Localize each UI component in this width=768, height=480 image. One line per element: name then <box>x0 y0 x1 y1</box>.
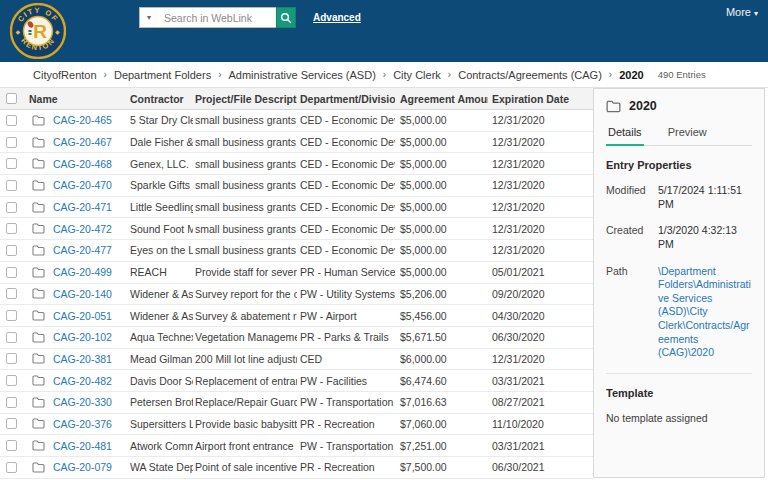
select-all-checkbox[interactable] <box>6 93 17 104</box>
folder-icon <box>32 137 45 148</box>
entry-link[interactable]: CAG-20-381 <box>53 353 112 365</box>
row-checkbox[interactable] <box>6 137 17 148</box>
description-cell: Provide staff for severe weath <box>193 266 297 278</box>
caret-down-icon: ▾ <box>754 9 758 18</box>
row-checkbox-cell <box>0 267 27 278</box>
logo-letter: R <box>33 21 47 42</box>
advanced-search-link[interactable]: Advanced <box>313 12 361 23</box>
search-input[interactable] <box>158 7 276 28</box>
table-row[interactable]: CAG-20-465 5 Star Dry Clean small busine… <box>0 110 593 132</box>
breadcrumb-item[interactable]: 2020 <box>619 69 643 81</box>
row-checkbox-cell <box>0 332 27 343</box>
entry-link[interactable]: CAG-20-472 <box>53 223 112 235</box>
entry-link[interactable]: CAG-20-079 <box>53 461 112 473</box>
table-body: CAG-20-465 5 Star Dry Clean small busine… <box>0 110 593 479</box>
table-row[interactable]: CAG-20-499 REACH Provide staff for sever… <box>0 262 593 284</box>
row-checkbox[interactable] <box>6 158 17 169</box>
description-cell: small business grants (funded <box>193 136 297 148</box>
row-checkbox-cell <box>0 397 27 408</box>
entry-link[interactable]: CAG-20-468 <box>53 158 112 170</box>
row-checkbox-cell <box>0 180 27 191</box>
folder-icon <box>32 375 45 386</box>
entry-link[interactable]: CAG-20-467 <box>53 136 112 148</box>
entry-link[interactable]: CAG-20-471 <box>53 201 112 213</box>
breadcrumb-separator-icon: › <box>104 69 107 80</box>
table-row[interactable]: CAG-20-467 Dale Fisher & As small busine… <box>0 132 593 154</box>
row-checkbox[interactable] <box>6 462 17 473</box>
table-row[interactable]: CAG-20-477 Eyes on the Land small busine… <box>0 240 593 262</box>
breadcrumb-item[interactable]: CityofRenton <box>33 69 97 81</box>
contractor-cell: 5 Star Dry Clean <box>128 114 193 126</box>
entry-link[interactable]: CAG-20-470 <box>53 179 112 191</box>
row-checkbox[interactable] <box>6 418 17 429</box>
folder-icon <box>32 462 45 473</box>
created-label: Created <box>606 224 658 251</box>
path-link[interactable]: \Department Folders\Administrative Servi… <box>658 265 752 360</box>
contractor-cell: Dale Fisher & As <box>128 136 193 148</box>
table-row[interactable]: CAG-20-376 Supersitters LLC Provide basi… <box>0 414 593 436</box>
table-row[interactable]: CAG-20-140 Widener & Asso Survey report … <box>0 284 593 306</box>
row-checkbox[interactable] <box>6 375 17 386</box>
expiration-cell: 12/31/2020 <box>488 244 593 256</box>
created-value: 1/3/2020 4:32:13 PM <box>658 224 752 251</box>
row-checkbox[interactable] <box>6 245 17 256</box>
row-checkbox[interactable] <box>6 332 17 343</box>
row-checkbox[interactable] <box>6 397 17 408</box>
table-row[interactable]: CAG-20-079 WA State Depart Point of sale… <box>0 457 593 479</box>
entry-link[interactable]: CAG-20-499 <box>53 266 112 278</box>
row-checkbox[interactable] <box>6 440 17 451</box>
table-row[interactable]: CAG-20-470 Sparkle Gifts & W small busin… <box>0 175 593 197</box>
row-checkbox[interactable] <box>6 180 17 191</box>
row-checkbox-cell <box>0 288 27 299</box>
entry-link[interactable]: CAG-20-140 <box>53 288 112 300</box>
entry-link[interactable]: CAG-20-465 <box>53 114 112 126</box>
table-row[interactable]: CAG-20-381 Mead Gilman ar 200 Mill lot l… <box>0 349 593 371</box>
row-checkbox[interactable] <box>6 223 17 234</box>
column-header-description[interactable]: Project/File Description <box>193 93 297 105</box>
description-cell: small business grants (funded <box>193 158 297 170</box>
row-checkbox[interactable] <box>6 115 17 126</box>
table-row[interactable]: CAG-20-330 Petersen Brothe Replace/Repai… <box>0 392 593 414</box>
amount-cell: $5,671.50 <box>395 331 488 343</box>
table-row[interactable]: CAG-20-102 Aqua Technex, L Vegetation Ma… <box>0 327 593 349</box>
description-cell: small business grants (funded <box>193 223 297 235</box>
department-cell: CED - Economic Developme <box>297 114 395 126</box>
folder-listing: Name Contractor Project/File Description… <box>0 88 593 479</box>
search-scope-dropdown[interactable]: ▾ <box>139 7 158 28</box>
breadcrumb-item[interactable]: City Clerk <box>393 69 441 81</box>
entry-link[interactable]: CAG-20-330 <box>53 396 112 408</box>
row-checkbox[interactable] <box>6 353 17 364</box>
tab-details[interactable]: Details <box>606 126 644 146</box>
entry-link[interactable]: CAG-20-481 <box>53 440 112 452</box>
more-menu-button[interactable]: More▾ <box>726 6 758 18</box>
template-value: No template assigned <box>606 412 752 424</box>
table-row[interactable]: CAG-20-051 Widener & Asso Survey & abate… <box>0 305 593 327</box>
breadcrumb-item[interactable]: Department Folders <box>114 69 211 81</box>
entry-link[interactable]: CAG-20-482 <box>53 375 112 387</box>
table-row[interactable]: CAG-20-482 Davis Door Serv Replacement o… <box>0 370 593 392</box>
breadcrumb-item[interactable]: Administrative Services (ASD) <box>229 69 376 81</box>
entry-link[interactable]: CAG-20-102 <box>53 331 112 343</box>
folder-icon <box>32 353 45 364</box>
column-header-department[interactable]: Department/Division <box>297 93 395 105</box>
table-row[interactable]: CAG-20-468 Genex, LLC. small business gr… <box>0 153 593 175</box>
contractor-cell: WA State Depart <box>128 461 193 473</box>
column-header-amount[interactable]: Agreement Amount ▲ <box>395 93 488 105</box>
entry-link[interactable]: CAG-20-376 <box>53 418 112 430</box>
table-row[interactable]: CAG-20-471 Little Seedlings F small busi… <box>0 197 593 219</box>
column-header-name[interactable]: Name <box>27 93 128 105</box>
tab-preview[interactable]: Preview <box>666 126 709 145</box>
column-header-expiration[interactable]: Expiration Date <box>488 93 593 105</box>
department-cell: CED - Economic Developme <box>297 201 395 213</box>
row-checkbox[interactable] <box>6 310 17 321</box>
entry-link[interactable]: CAG-20-477 <box>53 244 112 256</box>
column-header-contractor[interactable]: Contractor <box>128 93 193 105</box>
breadcrumb-item[interactable]: Contracts/Agreements (CAG) <box>458 69 602 81</box>
row-checkbox[interactable] <box>6 288 17 299</box>
entry-link[interactable]: CAG-20-051 <box>53 310 112 322</box>
row-checkbox[interactable] <box>6 267 17 278</box>
table-row[interactable]: CAG-20-481 Atwork Commer Airport front e… <box>0 435 593 457</box>
search-button[interactable] <box>276 7 296 28</box>
table-row[interactable]: CAG-20-472 Sound Foot Mas small business… <box>0 218 593 240</box>
row-checkbox[interactable] <box>6 202 17 213</box>
